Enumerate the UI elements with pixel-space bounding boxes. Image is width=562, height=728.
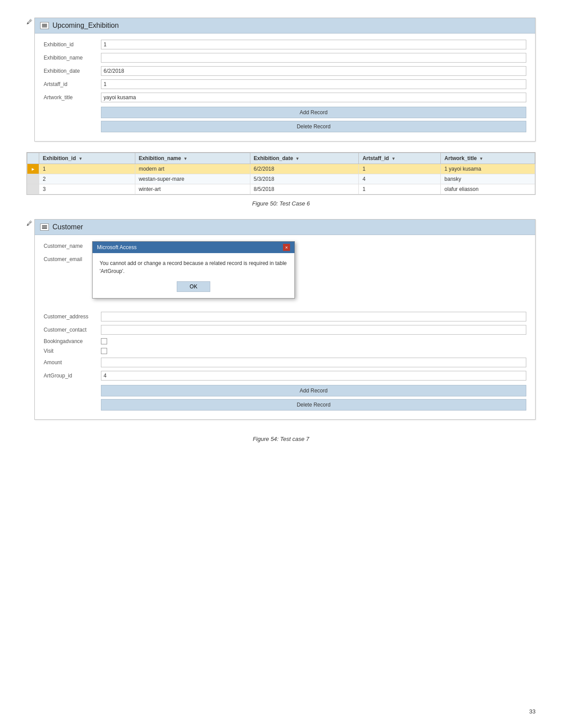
exhibition-panel-wrapper: Upcoming_Exhibition Exhibition_id Exhibi…	[34, 18, 536, 152]
customer-panel-header: Customer	[35, 220, 535, 235]
sort-arrow-exhibition-name: ▾	[184, 156, 186, 161]
field-input-customer-contact[interactable]	[101, 325, 526, 335]
dialog-title-bar: Microsoft Access ×	[93, 242, 294, 253]
dialog-ok-button[interactable]: OK	[177, 281, 210, 292]
dialog-title: Microsoft Access	[97, 244, 137, 250]
microsoft-access-dialog: Microsoft Access × You cannot add or cha…	[92, 241, 295, 299]
cell-exhibition-id-2: 2	[39, 174, 135, 184]
field-input-exhibition-id[interactable]	[101, 40, 526, 49]
field-label-artstaff-id: Artstaff_id	[44, 81, 101, 87]
cell-artwork-title-2: bansky	[441, 174, 535, 184]
field-label-bookingadvance: Bookingadvance	[44, 338, 101, 344]
customer-panel-title: Customer	[52, 223, 83, 231]
customer-fields-with-dialog: Customer_name Customer_email Microsoft A…	[44, 241, 526, 381]
table-row[interactable]: ► 1 modern art 6/2/2018 1 1 yayoi kusama	[27, 164, 535, 174]
field-label-customer-contact: Customer_contact	[44, 327, 101, 333]
field-row-amount: Amount	[44, 358, 526, 367]
row-indicator-empty-3	[27, 184, 39, 194]
field-row-customer-address: Customer_address	[44, 312, 526, 321]
edit-marker: 🖉	[26, 18, 34, 25]
field-input-exhibition-date[interactable]	[101, 66, 526, 76]
col-header-artwork-title[interactable]: Artwork_title ▾	[441, 153, 535, 164]
cell-artstaff-id-2: 4	[359, 174, 441, 184]
cell-artwork-title-3: olafur eliasson	[441, 184, 535, 194]
field-checkbox-bookingadvance[interactable]	[101, 338, 107, 344]
sort-arrow-exhibition-id: ▾	[79, 156, 82, 161]
field-input-artgroup-id[interactable]	[101, 371, 526, 381]
sort-arrow-artwork-title: ▾	[480, 156, 482, 161]
row-indicator-header	[27, 153, 39, 164]
field-row-artgroup-id: ArtGroup_id	[44, 371, 526, 381]
sort-arrow-exhibition-date: ▾	[296, 156, 298, 161]
upcoming-exhibition-panel: Upcoming_Exhibition Exhibition_id Exhibi…	[34, 18, 536, 142]
field-input-artstaff-id[interactable]	[101, 79, 526, 89]
field-label-customer-address: Customer_address	[44, 314, 101, 320]
field-label-amount: Amount	[44, 359, 101, 366]
dialog-close-button[interactable]: ×	[283, 244, 290, 251]
customer-panel: Customer Customer_name Customer_email	[34, 219, 536, 420]
field-row-exhibition-date: Exhibition_date	[44, 66, 526, 76]
add-record-button-customer[interactable]: Add Record	[101, 385, 526, 396]
cell-exhibition-name-3: winter-art	[135, 184, 250, 194]
cell-artstaff-id-3: 1	[359, 184, 441, 194]
field-label-artwork-title: Artwork_title	[44, 94, 101, 101]
col-header-artstaff-id[interactable]: Artstaff_id ▾	[359, 153, 441, 164]
table-row[interactable]: 3 winter-art 8/5/2018 1 olafur eliasson	[27, 184, 535, 194]
col-header-exhibition-date[interactable]: Exhibition_date ▾	[250, 153, 359, 164]
exhibition-panel-body: Exhibition_id Exhibition_name Exhibition…	[35, 34, 535, 141]
cell-artstaff-id-1: 1	[359, 164, 441, 174]
cell-exhibition-date-2: 5/3/2018	[250, 174, 359, 184]
field-input-artwork-title[interactable]	[101, 93, 526, 102]
field-row-visit: Visit	[44, 348, 526, 354]
figure-50-section: 🖉 Upcoming_Exhibition Exhibition_id	[26, 18, 536, 207]
customer-buttons: Add Record Delete Record	[101, 385, 526, 411]
field-row-exhibition-name: Exhibition_name	[44, 53, 526, 63]
delete-record-button-customer[interactable]: Delete Record	[101, 399, 526, 411]
panel-header-icon	[40, 22, 49, 29]
field-row-artwork-title: Artwork_title	[44, 93, 526, 102]
exhibition-table-header-row: Exhibition_id ▾ Exhibition_name ▾ Exhibi…	[27, 153, 535, 164]
customer-panel-row: 🖉 Customer Customer_name	[26, 219, 536, 430]
row-indicator-empty-2	[27, 174, 39, 184]
figure-50-caption: Figure 50: Test Case 6	[26, 200, 536, 207]
cell-artwork-title-1: 1 yayoi kusama	[441, 164, 535, 174]
cell-exhibition-id-1: 1	[39, 164, 135, 174]
exhibition-panel-title: Upcoming_Exhibition	[52, 22, 119, 30]
delete-record-button-exhibition[interactable]: Delete Record	[101, 121, 526, 132]
field-row-artstaff-id: Artstaff_id	[44, 79, 526, 89]
figure-54-section: 🖉 Customer Customer_name	[26, 219, 536, 442]
cell-exhibition-name-2: westan-super-mare	[135, 174, 250, 184]
field-row-exhibition-id: Exhibition_id	[44, 40, 526, 49]
field-label-artgroup-id: ArtGroup_id	[44, 373, 101, 379]
field-label-exhibition-name: Exhibition_name	[44, 55, 101, 61]
exhibition-panel-header: Upcoming_Exhibition	[35, 18, 535, 34]
exhibition-buttons: Add Record Delete Record	[101, 107, 526, 132]
exhibition-table: Exhibition_id ▾ Exhibition_name ▾ Exhibi…	[27, 153, 535, 194]
field-label-exhibition-date: Exhibition_date	[44, 68, 101, 74]
dialog-message: You cannot add or change a record becaus…	[100, 259, 287, 275]
exhibition-table-wrapper: Exhibition_id ▾ Exhibition_name ▾ Exhibi…	[26, 152, 536, 195]
field-row-bookingadvance: Bookingadvance	[44, 338, 526, 344]
field-input-customer-address[interactable]	[101, 312, 526, 321]
cell-exhibition-id-3: 3	[39, 184, 135, 194]
cell-exhibition-date-3: 8/5/2018	[250, 184, 359, 194]
dialog-body: You cannot add or change a record becaus…	[93, 253, 294, 298]
sort-arrow-artstaff-id: ▾	[392, 156, 395, 161]
add-record-button-exhibition[interactable]: Add Record	[101, 107, 526, 118]
table-row[interactable]: 2 westan-super-mare 5/3/2018 4 bansky	[27, 174, 535, 184]
field-label-exhibition-id: Exhibition_id	[44, 41, 101, 48]
cell-exhibition-name-1: modern art	[135, 164, 250, 174]
edit-marker-customer: 🖉	[26, 219, 34, 227]
field-label-visit: Visit	[44, 348, 101, 354]
row-indicator-selected: ►	[27, 164, 39, 174]
col-header-exhibition-name[interactable]: Exhibition_name ▾	[135, 153, 250, 164]
field-row-customer-contact: Customer_contact	[44, 325, 526, 335]
col-header-exhibition-id[interactable]: Exhibition_id ▾	[39, 153, 135, 164]
customer-panel-header-icon	[40, 224, 49, 231]
field-checkbox-visit[interactable]	[101, 348, 107, 354]
figure-54-caption: Figure 54: Test case 7	[26, 436, 536, 442]
exhibition-panel-row: 🖉 Upcoming_Exhibition Exhibition_id	[26, 18, 536, 152]
field-input-amount[interactable]	[101, 358, 526, 367]
page-number: 33	[529, 708, 536, 715]
field-input-exhibition-name[interactable]	[101, 53, 526, 63]
